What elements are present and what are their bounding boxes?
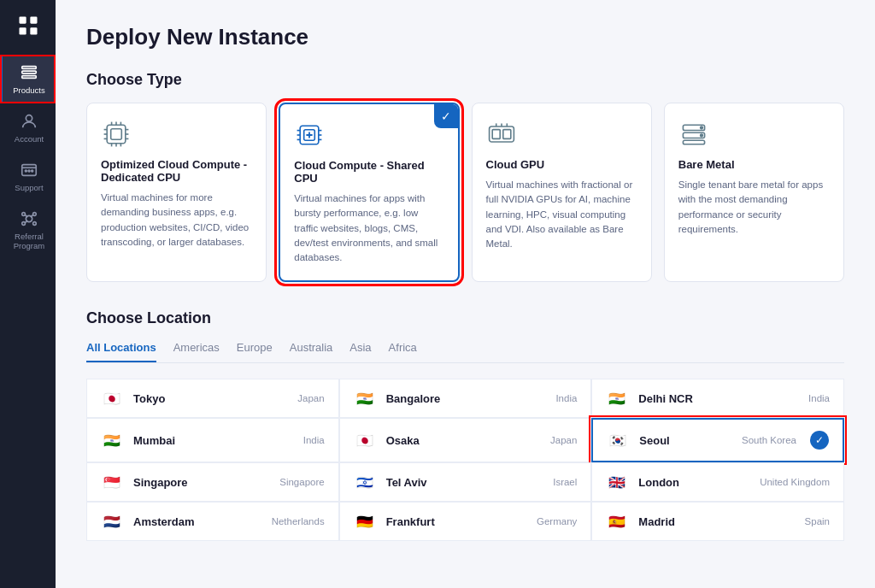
- amsterdam-country: Netherlands: [272, 516, 325, 526]
- svg-point-16: [33, 222, 37, 226]
- dedicated-cpu-icon: [101, 119, 132, 150]
- shared-check-badge: ✓: [434, 104, 458, 128]
- sidebar-item-products-label: Products: [13, 85, 45, 95]
- seoul-country: South Korea: [742, 435, 796, 445]
- madrid-country: Spain: [805, 516, 830, 526]
- telaviv-name: Tel Aviv: [386, 476, 543, 489]
- svg-rect-20: [107, 125, 126, 144]
- bangalore-name: Bangalore: [386, 392, 546, 405]
- sidebar-item-account-label: Account: [15, 134, 44, 144]
- type-card-shared[interactable]: ✓ Cloud Compute - Shared CPU Virtual mac…: [279, 103, 459, 282]
- location-tokyo[interactable]: 🇯🇵 Tokyo Japan: [86, 379, 339, 418]
- tab-europe[interactable]: Europe: [237, 341, 273, 362]
- location-amsterdam[interactable]: 🇳🇱 Amsterdam Netherlands: [86, 502, 339, 541]
- frankfurt-country: Germany: [537, 516, 577, 526]
- type-card-gpu[interactable]: Cloud GPU Virtual machines with fraction…: [472, 103, 652, 282]
- svg-point-9: [25, 170, 26, 172]
- svg-point-15: [22, 222, 26, 226]
- tokyo-name: Tokyo: [133, 392, 287, 405]
- svg-rect-4: [22, 67, 37, 69]
- delhi-name: Delhi NCR: [638, 392, 798, 405]
- location-singapore[interactable]: 🇸🇬 Singapore Singapore: [86, 462, 339, 502]
- type-card-dedicated[interactable]: Optimized Cloud Compute - Dedicated CPU …: [86, 103, 267, 282]
- svg-rect-50: [683, 140, 704, 144]
- osaka-country: Japan: [550, 435, 577, 445]
- sidebar: Products Account Support: [0, 0, 56, 588]
- amsterdam-name: Amsterdam: [133, 515, 261, 528]
- frankfurt-flag: 🇩🇪: [354, 514, 376, 529]
- svg-point-10: [28, 170, 30, 172]
- seoul-name: Seoul: [639, 434, 731, 447]
- svg-rect-43: [492, 130, 500, 139]
- sidebar-item-products[interactable]: Products: [0, 55, 56, 103]
- osaka-name: Osaka: [386, 434, 540, 447]
- location-seoul[interactable]: 🇰🇷 Seoul South Korea ✓: [591, 418, 844, 462]
- page-title: Deploy New Instance: [86, 24, 844, 50]
- svg-rect-3: [30, 27, 37, 34]
- tab-africa[interactable]: Africa: [389, 341, 417, 362]
- type-card-bare[interactable]: Bare Metal Single tenant bare metal for …: [664, 103, 844, 282]
- madrid-flag: 🇪🇸: [606, 514, 628, 529]
- svg-rect-5: [22, 71, 37, 74]
- location-london[interactable]: 🇬🇧 London United Kingdom: [591, 462, 844, 502]
- svg-point-11: [32, 170, 33, 172]
- location-madrid[interactable]: 🇪🇸 Madrid Spain: [591, 502, 844, 541]
- svg-rect-6: [22, 76, 37, 79]
- location-delhi[interactable]: 🇮🇳 Delhi NCR India: [591, 379, 844, 418]
- svg-point-51: [700, 126, 702, 129]
- sidebar-item-referral[interactable]: Referral Program: [0, 201, 56, 259]
- seoul-flag: 🇰🇷: [607, 432, 629, 448]
- sidebar-item-referral-label: Referral Program: [6, 232, 52, 250]
- amsterdam-flag: 🇳🇱: [101, 514, 123, 529]
- svg-point-52: [700, 134, 702, 137]
- sidebar-item-support[interactable]: Support: [0, 152, 56, 201]
- shared-card-desc: Virtual machines for apps with bursty pe…: [294, 191, 443, 265]
- dedicated-card-desc: Virtual machines for more demanding busi…: [101, 191, 252, 250]
- singapore-country: Singapore: [279, 477, 324, 487]
- choose-location-title: Choose Location: [86, 309, 844, 327]
- gpu-card-title: Cloud GPU: [486, 158, 637, 171]
- singapore-flag: 🇸🇬: [101, 474, 123, 490]
- osaka-flag: 🇯🇵: [354, 432, 376, 448]
- telaviv-flag: 🇮🇱: [354, 474, 376, 490]
- shared-card-title: Cloud Compute - Shared CPU: [294, 159, 443, 185]
- bangalore-country: India: [555, 393, 577, 403]
- location-frankfurt[interactable]: 🇩🇪 Frankfurt Germany: [339, 502, 592, 541]
- location-bangalore[interactable]: 🇮🇳 Bangalore India: [339, 379, 592, 418]
- tokyo-country: Japan: [297, 393, 324, 403]
- svg-rect-0: [19, 17, 26, 24]
- bangalore-flag: 🇮🇳: [354, 391, 376, 406]
- tab-all-locations[interactable]: All Locations: [86, 341, 156, 362]
- shared-cpu-icon: [294, 120, 325, 150]
- choose-type-title: Choose Type: [86, 71, 844, 89]
- svg-line-18: [31, 215, 33, 217]
- dedicated-card-title: Optimized Cloud Compute - Dedicated CPU: [101, 158, 252, 184]
- singapore-name: Singapore: [133, 476, 269, 489]
- tab-asia[interactable]: Asia: [349, 341, 371, 362]
- svg-point-13: [22, 213, 26, 216]
- sidebar-item-account[interactable]: Account: [0, 103, 56, 152]
- mumbai-country: India: [303, 435, 325, 445]
- svg-line-19: [25, 220, 27, 223]
- location-telaviv[interactable]: 🇮🇱 Tel Aviv Israel: [339, 462, 592, 502]
- delhi-flag: 🇮🇳: [606, 391, 628, 406]
- mumbai-name: Mumbai: [133, 434, 293, 447]
- london-country: United Kingdom: [760, 477, 830, 487]
- svg-point-14: [33, 213, 37, 216]
- mumbai-flag: 🇮🇳: [101, 432, 123, 448]
- type-cards: Optimized Cloud Compute - Dedicated CPU …: [86, 103, 844, 282]
- location-osaka[interactable]: 🇯🇵 Osaka Japan: [339, 418, 592, 462]
- madrid-name: Madrid: [638, 515, 794, 528]
- tab-australia[interactable]: Australia: [290, 341, 333, 362]
- gpu-icon: [486, 119, 517, 150]
- sidebar-item-support-label: Support: [15, 183, 43, 192]
- svg-line-17: [25, 215, 27, 217]
- tokyo-flag: 🇯🇵: [101, 391, 123, 406]
- bare-card-title: Bare Metal: [678, 158, 830, 171]
- svg-point-7: [26, 115, 32, 121]
- location-mumbai[interactable]: 🇮🇳 Mumbai India: [86, 418, 339, 462]
- locations-grid: 🇯🇵 Tokyo Japan 🇮🇳 Bangalore India 🇮🇳 Del…: [86, 379, 844, 541]
- svg-rect-2: [19, 27, 26, 34]
- tab-americas[interactable]: Americas: [173, 341, 220, 362]
- telaviv-country: Israel: [553, 477, 577, 487]
